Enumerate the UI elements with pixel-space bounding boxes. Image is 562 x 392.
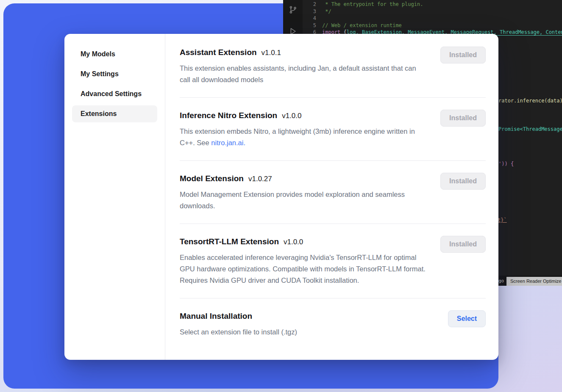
extension-title: Assistant Extension [180,47,257,58]
extension-row-assistant: Assistant Extension v1.0.1 This extensio… [180,47,486,98]
line-number: 2 [303,1,316,8]
extension-version: v1.0.1 [262,49,281,57]
manual-installation-title: Manual Installation [180,310,252,322]
settings-modal: My Models My Settings Advanced Settings … [64,34,498,360]
extension-row-tensorrt: TensortRT-LLM Extension v1.0.0 Enables a… [180,224,486,298]
installed-button[interactable]: Installed [440,47,486,63]
line-number: 4 [303,15,316,22]
status-text: go [498,278,504,285]
extension-title: Model Extension [180,173,244,185]
installed-button[interactable]: Installed [440,236,486,253]
extensions-panel: Assistant Extension v1.0.1 This extensio… [165,34,498,360]
sidebar-item-advanced-settings[interactable]: Advanced Settings [72,86,157,102]
code-line: 5 // Web / extension runtime [303,22,562,29]
line-number: 3 [303,8,316,15]
code-text: */ [322,8,331,15]
extension-description: Model Management Extension provides mode… [180,189,428,212]
code-fragment: ')) { [498,160,514,168]
code-line: 3 */ [303,8,562,15]
installed-button[interactable]: Installed [440,173,486,190]
manual-installation-row: Manual Installation Select an extension … [180,298,486,350]
extension-row-nitro: Inference Nitro Extension v1.0.0 This ex… [180,98,486,161]
manual-installation-description: Select an extension file to install (.tg… [180,326,297,338]
code-fragment: Promise<ThreadMessage> [498,126,562,133]
select-button[interactable]: Select [448,310,486,327]
screen-reader-badge: Screen Reader Optimize [506,277,562,286]
sidebar-item-my-settings[interactable]: My Settings [72,66,157,83]
code-text: // Web / extension runtime [322,22,402,29]
page: 2 * The entrypoint for the plugin. 3 */ … [0,0,562,392]
code-line: 2 * The entrypoint for the plugin. [303,1,562,8]
nitro-link[interactable]: nitro.jan.ai. [211,139,245,146]
settings-sidebar: My Models My Settings Advanced Settings … [64,34,165,360]
extension-title: Inference Nitro Extension [180,110,277,121]
extension-description: This extension enables assistants, inclu… [180,63,428,86]
extension-row-model: Model Extension v1.0.27 Model Management… [180,161,486,224]
line-number: 5 [303,22,316,29]
code-fragment: rator.inference(data)); [498,97,562,105]
installed-button[interactable]: Installed [440,110,486,127]
extension-version: v1.0.0 [284,238,303,246]
sidebar-item-extensions[interactable]: Extensions [72,105,157,122]
extension-description: This extension embeds Nitro, a lightweig… [180,126,428,149]
code-fragment: t}` [498,217,507,224]
code-line: 4 [303,15,562,22]
source-control-icon [288,5,298,17]
extension-version: v1.0.27 [248,175,272,183]
extension-description: Enables accelerated inference leveraging… [180,252,428,286]
extension-version: v1.0.0 [282,112,301,120]
code-text: * The entrypoint for the plugin. [322,1,423,8]
extension-title: TensortRT-LLM Extension [180,236,279,248]
sidebar-item-my-models[interactable]: My Models [72,46,157,63]
